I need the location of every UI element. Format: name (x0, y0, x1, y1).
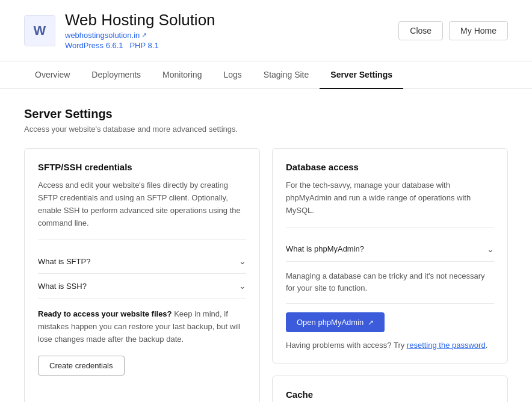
reset-password-link[interactable]: resetting the password (407, 341, 486, 350)
access-problem-text: Having problems with access? Try resetti… (286, 341, 494, 350)
sftp-accordion-label: What is SFTP? (38, 257, 90, 266)
phpmyadmin-expanded-text: Managing a database can be tricky and it… (286, 262, 494, 305)
sftp-chevron-icon: ⌄ (239, 256, 246, 266)
nav-item-overview[interactable]: Overview (24, 61, 81, 89)
close-button[interactable]: Close (398, 21, 443, 40)
create-credentials-button[interactable]: Create credentials (38, 356, 125, 376)
page-title: Server Settings (24, 107, 508, 121)
nav-item-server-settings[interactable]: Server Settings (320, 61, 403, 89)
header-buttons: Close My Home (398, 21, 508, 40)
phpmyadmin-accordion-label: What is phpMyAdmin? (286, 244, 364, 253)
nav-item-monitoring[interactable]: Monitoring (152, 61, 212, 89)
header-meta: WordPress 6.6.1 PHP 8.1 (65, 41, 398, 50)
phpmyadmin-external-icon: ↗ (368, 318, 374, 327)
php-version-link[interactable]: PHP 8.1 (129, 41, 158, 50)
cards-grid: SFTP/SSH credentials Access and edit you… (24, 148, 508, 402)
phpmyadmin-button-label: Open phpMyAdmin (297, 318, 363, 327)
right-column: Database access For the tech-savvy, mana… (272, 148, 508, 402)
app-title: Web Hosting Solution (65, 11, 398, 29)
app-icon-letter: W (34, 23, 46, 39)
header: W Web Hosting Solution webhostingsolutio… (0, 0, 532, 61)
nav-item-logs[interactable]: Logs (212, 61, 252, 89)
sftp-accordion-item[interactable]: What is SFTP? ⌄ (38, 249, 246, 274)
navigation: Overview Deployments Monitoring Logs Sta… (0, 61, 532, 89)
phpmyadmin-accordion[interactable]: What is phpMyAdmin? ⌄ (286, 237, 494, 262)
ssh-chevron-icon: ⌄ (239, 281, 246, 291)
sftp-card-description: Access and edit your website's files dir… (38, 179, 246, 240)
page-subtitle: Access your website's database and more … (24, 125, 508, 134)
phpmyadmin-chevron-icon: ⌄ (487, 244, 494, 254)
open-phpmyadmin-button[interactable]: Open phpMyAdmin ↗ (286, 312, 385, 332)
db-card-title: Database access (286, 162, 494, 172)
ssh-accordion-label: What is SSH? (38, 282, 87, 291)
ready-bold: Ready to access your website files? (38, 309, 172, 318)
external-link-icon: ↗ (141, 31, 147, 39)
nav-item-staging-site[interactable]: Staging Site (253, 61, 320, 89)
ssh-accordion-item[interactable]: What is SSH? ⌄ (38, 274, 246, 298)
db-card-description: For the tech-savvy, manage your database… (286, 179, 494, 227)
nav-item-deployments[interactable]: Deployments (81, 61, 152, 89)
sftp-card: SFTP/SSH credentials Access and edit you… (24, 148, 260, 402)
app-icon: W (24, 15, 55, 46)
db-access-card: Database access For the tech-savvy, mana… (272, 148, 508, 363)
content: Server Settings Access your website's da… (0, 89, 532, 402)
header-info: Web Hosting Solution webhostingsolution.… (65, 11, 398, 50)
app-url: webhostingsolution.in ↗ (65, 31, 398, 40)
cache-card-title: Cache (286, 389, 494, 400)
wp-version-link[interactable]: WordPress 6.6.1 (65, 41, 123, 50)
ready-section: Ready to access your website files? Keep… (38, 308, 246, 345)
my-home-button[interactable]: My Home (449, 21, 508, 40)
cache-card: Cache Manage your site's server-side cac… (272, 376, 508, 402)
sftp-card-title: SFTP/SSH credentials (38, 162, 246, 172)
